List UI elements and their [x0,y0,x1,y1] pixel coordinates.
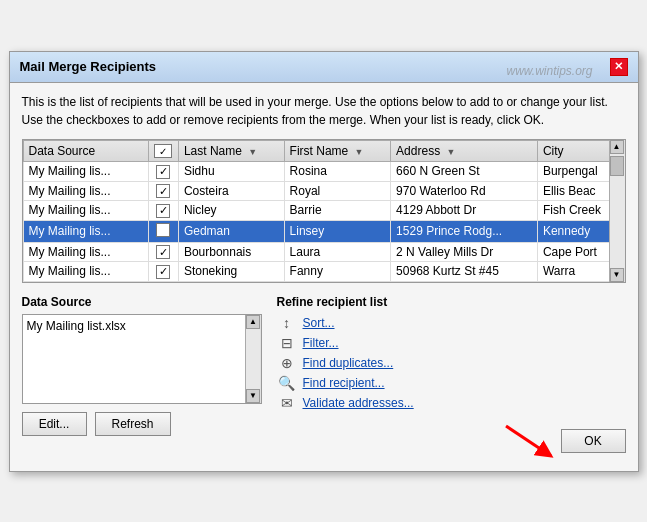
col-datasource: Data Source [23,140,148,162]
bottom-section: Data Source My Mailing list.xlsx ▲ ▼ Edi… [22,295,626,461]
refine-list: ↕Sort...⊟Filter...⊕Find duplicates...🔍Fi… [277,315,626,411]
find-icon: 🔍 [277,375,297,391]
svg-line-1 [506,426,551,456]
cell-firstname: Barrie [284,201,391,221]
scroll-up-btn[interactable]: ▲ [610,140,624,154]
cell-firstname: Royal [284,181,391,201]
cell-firstname: Fanny [284,262,391,282]
lastname-sort-icon[interactable]: ▼ [248,147,257,157]
cell-lastname: Bourbonnais [178,242,284,262]
row-checkbox[interactable] [156,223,170,237]
table-row[interactable]: My Mailing lis...GedmanLinsey1529 Prince… [23,220,624,242]
mail-merge-dialog: Mail Merge Recipients www.wintips.org ✕ … [9,51,639,472]
cell-datasource: My Mailing lis... [23,181,148,201]
filter-icon: ⊟ [277,335,297,351]
row-checkbox[interactable] [156,165,170,179]
cell-lastname: Stoneking [178,262,284,282]
cell-address: 970 Waterloo Rd [391,181,538,201]
table-row[interactable]: My Mailing lis...StonekingFanny50968 Kur… [23,262,624,282]
row-checkbox[interactable] [156,245,170,259]
cell-lastname: Gedman [178,220,284,242]
table-row[interactable]: My Mailing lis...BourbonnaisLaura2 N Val… [23,242,624,262]
row-checkbox[interactable] [156,204,170,218]
address-sort-icon[interactable]: ▼ [446,147,455,157]
cell-checkbox[interactable] [148,220,178,242]
datasource-label: Data Source [22,295,262,309]
cell-firstname: Laura [284,242,391,262]
row-checkbox[interactable] [156,265,170,279]
close-button[interactable]: ✕ [610,58,628,76]
datasource-section: Data Source My Mailing list.xlsx ▲ ▼ Edi… [22,295,262,461]
recipients-table: Data Source ✓ Last Name ▼ First Name ▼ [23,140,625,282]
refine-link-4[interactable]: Validate addresses... [303,396,414,410]
col-checkbox[interactable]: ✓ [148,140,178,162]
arrow-container: OK [501,421,626,461]
duplicates-icon: ⊕ [277,355,297,371]
table-scrollbar[interactable]: ▲ ▼ [609,140,625,282]
firstname-sort-icon[interactable]: ▼ [355,147,364,157]
cell-address: 2 N Valley Mills Dr [391,242,538,262]
cell-lastname: Sidhu [178,162,284,182]
red-arrow-icon [501,421,561,461]
cell-lastname: Costeira [178,181,284,201]
cell-checkbox[interactable] [148,162,178,182]
refine-link-1[interactable]: Filter... [303,336,339,350]
datasource-buttons: Edit... Refresh [22,412,262,436]
edit-button[interactable]: Edit... [22,412,87,436]
datasource-filename: My Mailing list.xlsx [27,319,126,333]
cell-firstname: Rosina [284,162,391,182]
cell-datasource: My Mailing lis... [23,262,148,282]
cell-firstname: Linsey [284,220,391,242]
cell-address: 660 N Green St [391,162,538,182]
col-address: Address ▼ [391,140,538,162]
datasource-scrollbar[interactable]: ▲ ▼ [245,315,261,403]
title-bar: Mail Merge Recipients www.wintips.org ✕ [10,52,638,83]
table-row[interactable]: My Mailing lis...NicleyBarrie4129 Abbott… [23,201,624,221]
col-firstname: First Name ▼ [284,140,391,162]
refine-list-item[interactable]: ↕Sort... [277,315,626,331]
refine-list-item[interactable]: ✉Validate addresses... [277,395,626,411]
scroll-down-btn[interactable]: ▼ [610,268,624,282]
row-checkbox[interactable] [156,184,170,198]
ok-row: OK [277,421,626,461]
col-lastname: Last Name ▼ [178,140,284,162]
refine-link-0[interactable]: Sort... [303,316,335,330]
cell-lastname: Nicley [178,201,284,221]
ds-scroll-up[interactable]: ▲ [246,315,260,329]
cell-checkbox[interactable] [148,242,178,262]
dialog-title: Mail Merge Recipients [20,59,157,74]
cell-address: 50968 Kurtz St #45 [391,262,538,282]
table-row[interactable]: My Mailing lis...SidhuRosina660 N Green … [23,162,624,182]
cell-checkbox[interactable] [148,262,178,282]
table-row[interactable]: My Mailing lis...CosteiraRoyal970 Waterl… [23,181,624,201]
cell-datasource: My Mailing lis... [23,242,148,262]
cell-datasource: My Mailing lis... [23,220,148,242]
sort-icon: ↕ [277,315,297,331]
refresh-button[interactable]: Refresh [95,412,171,436]
watermark-text: www.wintips.org [506,64,592,78]
refine-link-3[interactable]: Find recipient... [303,376,385,390]
refine-list-item[interactable]: ⊟Filter... [277,335,626,351]
description-text: This is the list of recipients that will… [22,93,626,129]
ok-button[interactable]: OK [561,429,626,453]
recipients-table-container: Data Source ✓ Last Name ▼ First Name ▼ [22,139,626,283]
cell-address: 4129 Abbott Dr [391,201,538,221]
validate-icon: ✉ [277,395,297,411]
scroll-thumb[interactable] [610,156,624,176]
cell-datasource: My Mailing lis... [23,162,148,182]
refine-link-2[interactable]: Find duplicates... [303,356,394,370]
refine-list-item[interactable]: ⊕Find duplicates... [277,355,626,371]
dialog-body: This is the list of recipients that will… [10,83,638,471]
ds-scroll-track [246,329,260,389]
header-checkbox[interactable]: ✓ [154,144,172,158]
cell-checkbox[interactable] [148,201,178,221]
table-header-row: Data Source ✓ Last Name ▼ First Name ▼ [23,140,624,162]
scroll-track [610,154,625,268]
refine-list-item[interactable]: 🔍Find recipient... [277,375,626,391]
cell-address: 1529 Prince Rodg... [391,220,538,242]
ds-scroll-down[interactable]: ▼ [246,389,260,403]
refine-section: Refine recipient list ↕Sort...⊟Filter...… [277,295,626,461]
datasource-box: My Mailing list.xlsx ▲ ▼ [22,314,262,404]
cell-checkbox[interactable] [148,181,178,201]
cell-datasource: My Mailing lis... [23,201,148,221]
